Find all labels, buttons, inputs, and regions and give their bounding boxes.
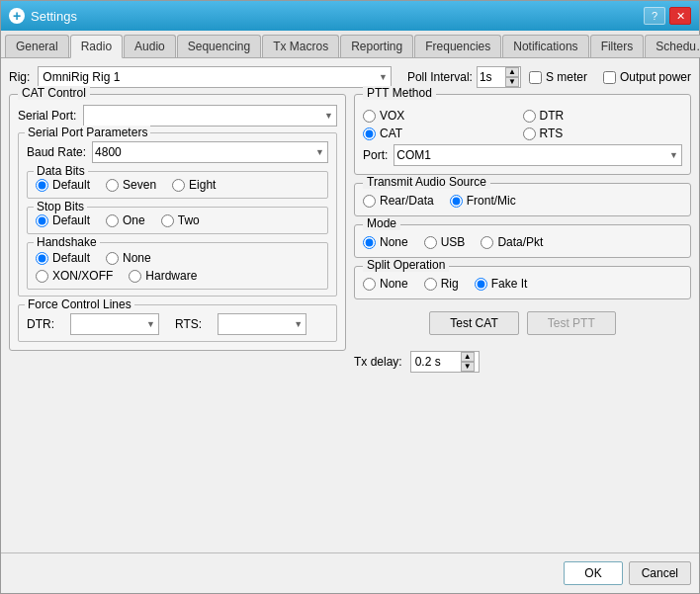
force-control-group: Force Control Lines DTR: RTS:	[18, 304, 337, 342]
close-button[interactable]: ✕	[669, 7, 691, 25]
cancel-button[interactable]: Cancel	[629, 561, 691, 585]
split-rig[interactable]: Rig	[424, 277, 459, 291]
dtr-select-wrapper	[70, 313, 159, 335]
output-power-checkbox[interactable]	[603, 71, 616, 84]
rig-select[interactable]: OmniRig Rig 1	[38, 66, 392, 88]
handshake-row1: Default None	[36, 251, 319, 265]
handshake-xon[interactable]: XON/XOFF	[36, 269, 113, 283]
ptt-dtr[interactable]: DTR	[523, 109, 565, 123]
tx-delay-spinner: ▲ ▼	[410, 351, 480, 373]
poll-spin-down[interactable]: ▼	[505, 77, 519, 87]
tx-delay-label: Tx delay:	[354, 355, 402, 369]
tab-sequencing[interactable]: Sequencing	[177, 35, 261, 57]
output-power-label: Output power	[620, 70, 691, 84]
force-control-title: Force Control Lines	[25, 297, 134, 311]
tx-delay-spin-down[interactable]: ▼	[461, 362, 475, 372]
tab-filters[interactable]: Filters	[590, 35, 645, 57]
title-bar: Settings ? ✕	[1, 1, 699, 31]
stop-bits-default[interactable]: Default	[36, 213, 90, 227]
smeter-checkbox[interactable]	[529, 71, 542, 84]
stop-bits-two[interactable]: Two	[161, 213, 200, 227]
tab-radio[interactable]: Radio	[70, 35, 123, 58]
serial-port-select[interactable]	[83, 105, 337, 127]
stop-bits-one[interactable]: One	[106, 213, 145, 227]
tab-frequencies[interactable]: Frequencies	[414, 35, 501, 57]
ptt-vox[interactable]: VOX	[363, 109, 404, 123]
ptt-port-row: Port: COM1	[363, 144, 682, 166]
poll-spin-buttons: ▲ ▼	[505, 67, 519, 87]
handshake-hardware[interactable]: Hardware	[129, 269, 197, 283]
serial-port-params-title: Serial Port Parameters	[25, 126, 150, 139]
tx-delay-input[interactable]	[411, 355, 461, 369]
serial-port-row: Serial Port:	[18, 105, 337, 127]
dtr-label: DTR:	[27, 317, 54, 331]
ptt-rts-row: RTS	[523, 127, 683, 140]
tabs-row: General Radio Audio Sequencing Tx Macros…	[1, 31, 699, 58]
ok-button[interactable]: OK	[564, 561, 622, 585]
data-bits-group: Data Bits Default Seven	[27, 171, 328, 199]
audio-source-options: Rear/Data Front/Mic	[363, 194, 682, 208]
mode-data-pkt[interactable]: Data/Pkt	[481, 235, 543, 249]
rts-select[interactable]	[218, 313, 306, 335]
baud-rate-label: Baud Rate:	[27, 145, 86, 159]
serial-port-select-wrapper	[83, 105, 337, 127]
bottom-bar: OK Cancel	[1, 552, 699, 593]
dtr-select[interactable]	[70, 313, 159, 335]
tab-audio[interactable]: Audio	[124, 35, 176, 57]
mode-title: Mode	[363, 216, 400, 230]
transmit-audio-group: Transmit Audio Source Rear/Data Front/Mi…	[354, 183, 691, 216]
main-panels: CAT Control Serial Port: Serial Port Par…	[9, 94, 691, 545]
handshake-row2: XON/XOFF Hardware	[36, 269, 319, 283]
audio-front[interactable]: Front/Mic	[450, 194, 516, 208]
tx-delay-row: Tx delay: ▲ ▼	[354, 351, 691, 373]
settings-window: Settings ? ✕ General Radio Audio Sequenc…	[0, 0, 700, 594]
test-ptt-button[interactable]: Test PTT	[527, 311, 616, 335]
poll-interval-spinner: ▲ ▼	[477, 66, 521, 88]
audio-rear[interactable]: Rear/Data	[363, 194, 434, 208]
tab-reporting[interactable]: Reporting	[340, 35, 413, 57]
split-none[interactable]: None	[363, 277, 408, 291]
ptt-cat-row: CAT	[363, 127, 523, 140]
tab-tx-macros[interactable]: Tx Macros	[262, 35, 339, 57]
smeter-label: S meter	[546, 70, 587, 84]
handshake-default[interactable]: Default	[36, 251, 90, 265]
help-button[interactable]: ?	[644, 7, 665, 25]
top-checkboxes: S meter Output power	[529, 68, 691, 86]
title-bar-left: Settings	[9, 8, 77, 24]
data-bits-seven[interactable]: Seven	[106, 178, 156, 192]
split-operation-title: Split Operation	[363, 258, 449, 272]
poll-spin-up[interactable]: ▲	[505, 67, 519, 77]
split-operation-group: Split Operation None Rig Fake It	[354, 266, 691, 299]
tab-schedule[interactable]: Schedu…	[645, 35, 700, 57]
test-cat-button[interactable]: Test CAT	[429, 311, 518, 335]
ptt-rts[interactable]: RTS	[523, 127, 564, 140]
tab-general[interactable]: General	[5, 35, 69, 57]
data-bits-eight[interactable]: Eight	[172, 178, 216, 192]
poll-interval-input[interactable]	[478, 70, 505, 84]
data-bits-default[interactable]: Default	[36, 178, 90, 192]
mode-none[interactable]: None	[363, 235, 408, 249]
handshake-none[interactable]: None	[106, 251, 151, 265]
tx-delay-spin-buttons: ▲ ▼	[461, 352, 475, 372]
window-title: Settings	[31, 9, 77, 24]
stop-bits-options: Default One Two	[36, 213, 319, 227]
data-bits-title: Data Bits	[34, 164, 88, 178]
split-fake-it[interactable]: Fake It	[475, 277, 528, 291]
tx-delay-spin-up[interactable]: ▲	[461, 352, 475, 362]
data-bits-options: Default Seven Eight	[36, 178, 319, 192]
output-power-checkbox-label[interactable]: Output power	[603, 70, 691, 84]
stop-bits-group: Stop Bits Default One	[27, 207, 328, 234]
handshake-title: Handshake	[34, 235, 100, 249]
tab-notifications[interactable]: Notifications	[502, 35, 588, 57]
cat-control-group: CAT Control Serial Port: Serial Port Par…	[9, 94, 346, 351]
rts-label: RTS:	[175, 317, 202, 331]
ptt-cat[interactable]: CAT	[363, 127, 402, 140]
mode-usb[interactable]: USB	[424, 235, 466, 249]
poll-row: Poll Interval: ▲ ▼	[407, 66, 521, 88]
ptt-port-select[interactable]: COM1	[394, 144, 682, 166]
baud-rate-select[interactable]: 4800	[92, 141, 328, 163]
smeter-checkbox-label[interactable]: S meter	[529, 70, 587, 84]
transmit-audio-title: Transmit Audio Source	[363, 175, 490, 189]
baud-rate-row: Baud Rate: 4800	[27, 141, 328, 163]
ptt-port-select-wrapper: COM1	[394, 144, 682, 166]
